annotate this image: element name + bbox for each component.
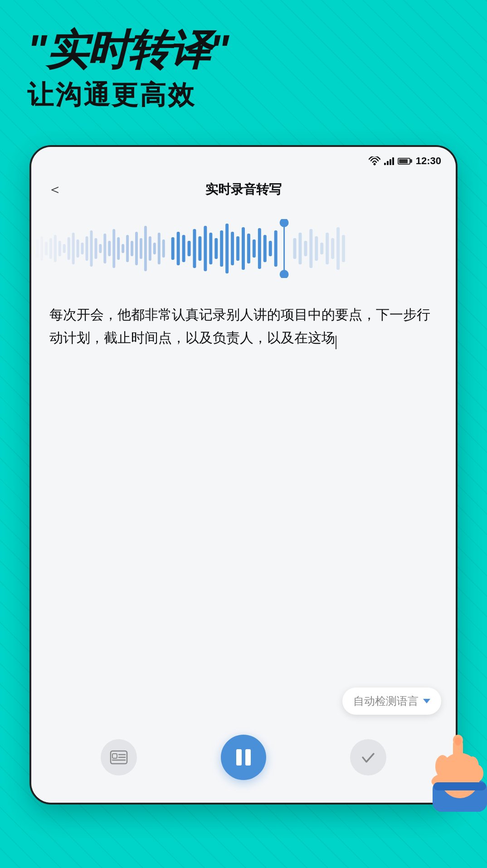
svg-rect-48 (242, 227, 245, 270)
background: "实时转译" 让沟通更高效 (0, 0, 487, 868)
battery-icon (398, 158, 410, 165)
svg-rect-43 (214, 238, 218, 259)
svg-rect-2 (387, 161, 389, 165)
svg-rect-54 (274, 230, 278, 267)
svg-rect-3 (390, 159, 391, 165)
signal-icon (384, 157, 394, 165)
svg-rect-25 (122, 244, 124, 253)
hand-pointer (424, 712, 487, 814)
headline-area: "实时转译" 让沟通更高效 (0, 0, 487, 127)
svg-point-57 (280, 270, 289, 278)
svg-rect-40 (198, 236, 201, 261)
svg-rect-49 (247, 234, 250, 263)
transcribed-text-content: 每次开会，他都非常认真记录别人讲的项目中的要点，下一步行动计划，截止时间点，以及… (49, 307, 430, 345)
phone-mockup: 12:30 ＜ 实时录音转写 (29, 145, 458, 805)
svg-rect-28 (135, 232, 138, 265)
svg-rect-32 (153, 243, 156, 254)
check-icon (359, 748, 377, 766)
subtitle-icon (109, 747, 129, 767)
status-bar: 12:30 (31, 147, 456, 171)
back-button[interactable]: ＜ (46, 178, 68, 201)
check-button[interactable] (350, 739, 386, 775)
pause-bar-left (236, 749, 242, 766)
svg-rect-52 (263, 235, 267, 262)
status-time: 12:30 (416, 155, 441, 167)
svg-rect-31 (149, 236, 151, 261)
svg-rect-30 (144, 226, 147, 271)
subtitle-button[interactable] (101, 739, 137, 775)
svg-rect-1 (384, 163, 386, 165)
svg-rect-35 (171, 237, 175, 260)
svg-rect-26 (126, 235, 129, 262)
headline-main: "实时转译" (27, 27, 469, 73)
waveform-area (31, 212, 456, 285)
svg-rect-27 (131, 241, 133, 256)
svg-rect-29 (140, 238, 142, 259)
svg-rect-71 (112, 754, 117, 758)
svg-rect-51 (258, 228, 261, 269)
svg-point-56 (280, 219, 289, 227)
dropdown-arrow-icon (423, 699, 430, 703)
status-icons: 12:30 (369, 155, 441, 167)
app-header: ＜ 实时录音转写 (31, 171, 456, 212)
svg-rect-46 (231, 232, 234, 265)
svg-point-82 (472, 765, 483, 781)
svg-rect-4 (392, 157, 394, 165)
transcribed-text: 每次开会，他都非常认真记录别人讲的项目中的要点，下一步行动计划，截止时间点，以及… (49, 303, 438, 349)
text-cursor (336, 336, 336, 349)
svg-rect-37 (182, 235, 185, 262)
waveform-svg (31, 219, 456, 278)
pause-button[interactable] (221, 735, 266, 780)
svg-rect-53 (269, 241, 272, 256)
pause-icon (236, 749, 251, 766)
language-text: 自动检测语言 (353, 694, 419, 708)
svg-rect-50 (253, 239, 256, 258)
app-title: 实时录音转写 (205, 181, 282, 198)
svg-rect-34 (162, 239, 165, 258)
svg-rect-44 (220, 230, 223, 267)
svg-point-0 (373, 163, 375, 166)
svg-rect-39 (193, 229, 196, 268)
svg-rect-85 (433, 782, 486, 790)
svg-rect-47 (236, 236, 239, 261)
content-spacer (31, 457, 456, 688)
headline-sub: 让沟通更高效 (27, 78, 469, 113)
svg-rect-41 (204, 226, 207, 271)
svg-rect-38 (188, 241, 191, 256)
svg-rect-36 (177, 232, 180, 265)
wifi-icon (369, 156, 380, 166)
phone-content: 12:30 ＜ 实时录音转写 (31, 147, 456, 803)
svg-rect-45 (225, 224, 229, 273)
transcribed-text-area: 每次开会，他都非常认真记录别人讲的项目中的要点，下一步行动计划，截止时间点，以及… (31, 285, 456, 457)
svg-rect-42 (209, 233, 212, 264)
language-pill[interactable]: 自动检测语言 (342, 688, 441, 715)
bottom-toolbar (31, 724, 456, 803)
pause-bar-right (245, 749, 251, 766)
svg-rect-33 (158, 233, 161, 264)
hand-svg (424, 712, 487, 812)
language-selector-area: 自动检测语言 (31, 688, 456, 724)
svg-point-84 (455, 737, 461, 746)
svg-rect-68 (293, 219, 456, 278)
svg-rect-69 (31, 219, 122, 278)
